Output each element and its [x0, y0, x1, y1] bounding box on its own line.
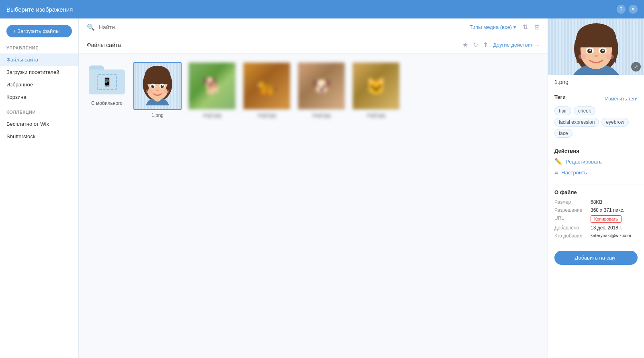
- svg-point-12: [163, 90, 169, 94]
- toolbar-right: Типы медиа (все) ▾ ⇅ ⊞: [470, 23, 540, 31]
- svg-point-21: [589, 49, 591, 51]
- tags-header: Теги Изменить теги: [554, 94, 638, 103]
- main-layout: + Загрузить файлы Управление Файлы сайта…: [0, 18, 644, 358]
- tags-title: Теги: [554, 94, 566, 100]
- svg-point-23: [595, 55, 598, 57]
- img4-label: img4.jpg: [312, 113, 330, 118]
- title-bar-buttons: ? ✕: [617, 5, 638, 14]
- search-icon: 🔍: [87, 23, 95, 31]
- manage-section-label: Управление: [0, 45, 78, 53]
- tag-face[interactable]: face: [554, 129, 572, 138]
- panel-filename: 1.png: [548, 75, 644, 89]
- search-input[interactable]: [99, 24, 466, 31]
- img5-label: img5.jpg: [367, 113, 385, 118]
- grid-view-icon[interactable]: ⊞: [534, 23, 540, 31]
- right-panel: ⤢ 1.png Теги Изменить теги hair cheek fa…: [548, 18, 644, 358]
- files-header: Файлы сайта ★ ↻ ⬆ Другие действия ···: [79, 36, 548, 54]
- media-type-filter[interactable]: Типы медиа (все) ▾: [470, 24, 516, 30]
- svg-point-25: [606, 54, 614, 59]
- img3-label: img3.jpg: [258, 113, 276, 118]
- upload-icon[interactable]: ⬆: [483, 41, 488, 49]
- expand-preview-button[interactable]: ⤢: [631, 62, 641, 72]
- sidebar-item-visitor-uploads[interactable]: Загрузки посетителей: [0, 66, 78, 78]
- file-info-section: О файле Размер 68KB Разрешение 368 x 371…: [548, 184, 644, 246]
- svg-point-24: [579, 54, 587, 59]
- tags-container: hair cheek facial expression eyebrow fac…: [554, 106, 638, 138]
- title-bar: Выберите изображения ? ✕: [0, 0, 644, 18]
- help-button[interactable]: ?: [617, 5, 626, 14]
- search-bar: 🔍 Типы медиа (все) ▾ ⇅ ⊞: [79, 18, 548, 36]
- file-info-added: Добавлено 13 дек. 2018 г.: [554, 225, 638, 231]
- grid-item-img4[interactable]: 🐶 img4.jpg: [297, 62, 346, 118]
- settings-action[interactable]: ≡ Настроить: [554, 169, 638, 176]
- tag-cheek[interactable]: cheek: [574, 106, 595, 115]
- file-info-resolution: Разрешение 368 x 371 пикс.: [554, 207, 638, 213]
- sidebar-item-trash[interactable]: Корзина: [0, 91, 78, 103]
- svg-point-20: [600, 49, 605, 53]
- add-to-site-button[interactable]: Добавить на сайт: [554, 251, 638, 265]
- actions-section: Действия ✏️ Редактировать ≡ Настроить: [548, 143, 644, 184]
- svg-point-8: [153, 85, 154, 86]
- dots-icon: ···: [535, 42, 540, 48]
- img2-label: img2.jpg: [203, 113, 221, 118]
- svg-point-19: [587, 49, 592, 53]
- content-area: 🔍 Типы медиа (все) ▾ ⇅ ⊞ Файлы сайта ★ ↻…: [79, 18, 548, 358]
- sidebar-item-wix-free[interactable]: Бесплатно от Wix: [0, 118, 78, 130]
- sort-icon[interactable]: ⇅: [523, 23, 528, 31]
- grid-item-folder[interactable]: 📱 С мобильного: [87, 62, 127, 118]
- sidebar-item-site-files[interactable]: Файлы сайта: [0, 53, 78, 66]
- grid-item-avatar[interactable]: 1.png: [133, 62, 182, 118]
- refresh-icon[interactable]: ↻: [473, 41, 478, 49]
- tags-section: Теги Изменить теги hair cheek facial exp…: [548, 89, 644, 143]
- close-button[interactable]: ✕: [629, 5, 638, 14]
- star-icon[interactable]: ★: [462, 41, 468, 49]
- grid-item-img2[interactable]: 🐕 img2.jpg: [188, 62, 236, 118]
- copy-url-button[interactable]: Копировать: [591, 215, 622, 223]
- edit-action[interactable]: ✏️ Редактировать: [554, 158, 638, 166]
- svg-point-22: [602, 49, 604, 51]
- dialog-title: Выберите изображения: [6, 6, 73, 13]
- avatar-label: 1.png: [151, 113, 164, 118]
- svg-point-11: [146, 90, 152, 94]
- edit-tags-link[interactable]: Изменить теги: [605, 96, 638, 102]
- other-actions-button[interactable]: Другие действия ···: [493, 42, 540, 48]
- grid-item-img5[interactable]: 🐱 img5.jpg: [352, 62, 400, 118]
- edit-icon: ✏️: [554, 158, 562, 166]
- grid-item-img3[interactable]: 🐆 img3.jpg: [243, 62, 291, 118]
- tag-hair[interactable]: hair: [554, 106, 571, 115]
- file-info-title: О файле: [554, 189, 638, 195]
- sidebar: + Загрузить файлы Управление Файлы сайта…: [0, 18, 79, 358]
- svg-point-10: [156, 90, 159, 92]
- collections-section-label: Коллекции: [0, 110, 78, 118]
- chevron-down-icon: ▾: [513, 24, 516, 30]
- tag-eyebrow[interactable]: eyebrow: [601, 118, 628, 127]
- sidebar-item-favorites[interactable]: Избранное: [0, 78, 78, 91]
- tag-facial-expression[interactable]: facial expression: [554, 118, 599, 127]
- file-info-size: Размер 68KB: [554, 199, 638, 205]
- settings-icon: ≡: [554, 169, 558, 176]
- sidebar-item-shutterstock[interactable]: Shutterstock: [0, 130, 78, 143]
- files-header-actions: ★ ↻ ⬆ Другие действия ···: [462, 41, 540, 49]
- actions-title: Действия: [554, 148, 638, 154]
- image-grid: 📱 С мобильного: [79, 54, 548, 358]
- file-info-added-by: Кто добавил katerynaki@wix.com: [554, 233, 638, 239]
- preview-image-container: ⤢: [548, 18, 644, 75]
- files-header-title: Файлы сайта: [87, 42, 121, 48]
- file-info-url: URL Копировать: [554, 215, 638, 223]
- upload-button[interactable]: + Загрузить файлы: [6, 25, 72, 37]
- folder-label: С мобильного: [91, 100, 123, 106]
- svg-point-9: [162, 85, 163, 86]
